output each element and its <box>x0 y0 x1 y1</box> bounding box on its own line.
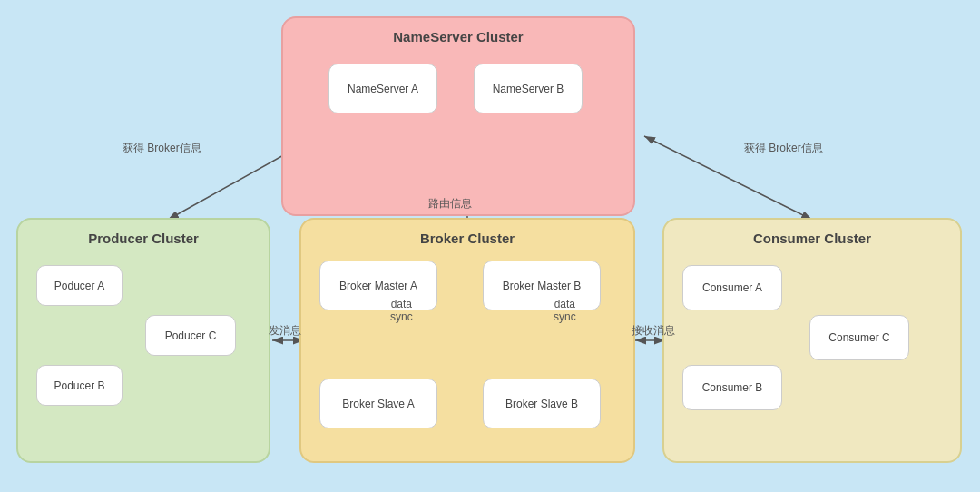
nameserver-cluster-title: NameServer Cluster <box>294 29 622 44</box>
data-sync-right-label: data sync <box>554 298 576 323</box>
producer-cluster-title: Producer Cluster <box>29 231 258 246</box>
producer-a-node: Poducer A <box>36 265 122 306</box>
get-broker-right-label: 获得 Broker信息 <box>744 141 823 156</box>
broker-slave-b-node: Broker Slave B <box>483 379 601 428</box>
producer-cluster: Producer Cluster Poducer A Poducer B Pod… <box>16 218 270 463</box>
send-msg-label: 发消息 <box>269 323 301 339</box>
broker-master-b-node: Broker Master B <box>483 261 601 310</box>
producer-c-node: Poducer C <box>145 315 236 356</box>
consumer-a-node: Consumer A <box>682 265 782 310</box>
route-info-label: 路由信息 <box>428 196 472 212</box>
broker-slave-a-node: Broker Slave A <box>319 379 437 428</box>
nameserver-cluster: NameServer Cluster NameServer A NameServ… <box>281 16 635 216</box>
consumer-b-node: Consumer B <box>682 365 782 410</box>
nameserver-b-node: NameServer B <box>474 64 583 113</box>
get-broker-left-label: 获得 Broker信息 <box>122 141 201 156</box>
consumer-c-node: Consumer C <box>809 315 909 360</box>
broker-cluster: Broker Cluster Broker Master A Broker Ma… <box>299 218 635 463</box>
consumer-cluster-title: Consumer Cluster <box>675 231 949 246</box>
receive-msg-label: 接收消息 <box>632 323 675 339</box>
nameserver-a-node: NameServer A <box>328 64 437 113</box>
consumer-cluster: Consumer Cluster Consumer A Consumer B C… <box>662 218 962 463</box>
broker-cluster-title: Broker Cluster <box>312 231 622 246</box>
producer-b-node: Poducer B <box>36 365 122 406</box>
broker-master-a-node: Broker Master A <box>319 261 437 310</box>
data-sync-left-label: data sync <box>390 298 413 323</box>
